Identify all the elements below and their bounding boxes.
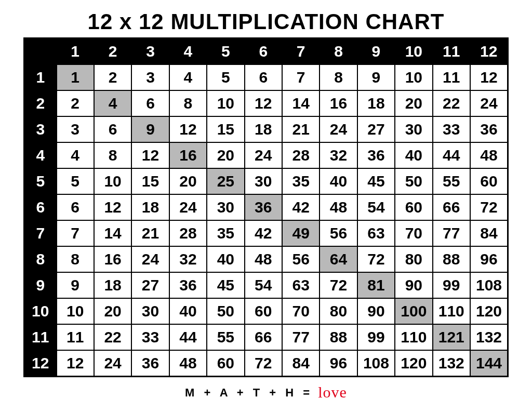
- product-cell: 44: [433, 142, 470, 168]
- product-cell: 48: [320, 194, 357, 220]
- product-cell: 3: [57, 116, 94, 142]
- product-cell: 66: [245, 324, 282, 350]
- product-cell: 30: [395, 116, 432, 142]
- product-cell: 60: [395, 194, 432, 220]
- product-cell: 132: [470, 324, 508, 350]
- diagonal-cell: 121: [433, 324, 470, 350]
- product-cell: 80: [395, 246, 432, 272]
- col-header: 3: [131, 38, 169, 65]
- product-cell: 7: [57, 220, 94, 246]
- col-header: 4: [169, 38, 207, 65]
- product-cell: 32: [320, 142, 357, 168]
- product-cell: 90: [357, 298, 395, 324]
- product-cell: 72: [357, 246, 395, 272]
- col-header: 6: [245, 38, 282, 65]
- row-header: 5: [24, 168, 57, 194]
- row-header: 6: [24, 194, 57, 220]
- product-cell: 24: [169, 194, 207, 220]
- product-cell: 3: [131, 64, 169, 90]
- product-cell: 8: [57, 246, 94, 272]
- product-cell: 6: [94, 116, 131, 142]
- product-cell: 54: [245, 272, 282, 298]
- product-cell: 40: [207, 246, 244, 272]
- product-cell: 8: [320, 64, 357, 90]
- product-cell: 12: [169, 116, 207, 142]
- product-cell: 18: [245, 116, 282, 142]
- product-cell: 9: [57, 272, 94, 298]
- product-cell: 77: [282, 324, 320, 350]
- col-header: 9: [357, 38, 395, 65]
- product-cell: 70: [282, 298, 320, 324]
- product-cell: 36: [131, 350, 169, 377]
- row-header: 2: [24, 90, 57, 116]
- product-cell: 77: [433, 220, 470, 246]
- product-cell: 6: [245, 64, 282, 90]
- diagonal-cell: 81: [357, 272, 395, 298]
- col-header: 5: [207, 38, 244, 65]
- page-title: 12 x 12 MULTIPLICATION CHART: [23, 9, 509, 34]
- row-header: 10: [24, 298, 57, 324]
- product-cell: 10: [57, 298, 94, 324]
- product-cell: 18: [131, 194, 169, 220]
- product-cell: 27: [131, 272, 169, 298]
- product-cell: 24: [470, 90, 508, 116]
- row-header: 7: [24, 220, 57, 246]
- product-cell: 96: [470, 246, 508, 272]
- product-cell: 108: [357, 350, 395, 377]
- diagonal-cell: 4: [94, 90, 131, 116]
- product-cell: 45: [207, 272, 244, 298]
- product-cell: 70: [395, 220, 432, 246]
- product-cell: 24: [94, 350, 131, 377]
- product-cell: 99: [357, 324, 395, 350]
- product-cell: 60: [470, 168, 508, 194]
- col-header: 2: [94, 38, 131, 65]
- product-cell: 120: [470, 298, 508, 324]
- product-cell: 36: [357, 142, 395, 168]
- diagonal-cell: 16: [169, 142, 207, 168]
- product-cell: 20: [169, 168, 207, 194]
- product-cell: 84: [470, 220, 508, 246]
- product-cell: 63: [357, 220, 395, 246]
- product-cell: 12: [131, 142, 169, 168]
- product-cell: 72: [320, 272, 357, 298]
- product-cell: 14: [94, 220, 131, 246]
- product-cell: 12: [245, 90, 282, 116]
- diagonal-cell: 49: [282, 220, 320, 246]
- row-header: 4: [24, 142, 57, 168]
- product-cell: 20: [94, 298, 131, 324]
- product-cell: 28: [282, 142, 320, 168]
- product-cell: 45: [357, 168, 395, 194]
- product-cell: 48: [245, 246, 282, 272]
- product-cell: 48: [169, 350, 207, 377]
- product-cell: 4: [57, 142, 94, 168]
- product-cell: 120: [395, 350, 432, 377]
- product-cell: 4: [169, 64, 207, 90]
- product-cell: 54: [357, 194, 395, 220]
- product-cell: 30: [245, 168, 282, 194]
- diagonal-cell: 1: [57, 64, 94, 90]
- product-cell: 63: [282, 272, 320, 298]
- product-cell: 5: [207, 64, 244, 90]
- product-cell: 5: [57, 168, 94, 194]
- product-cell: 35: [207, 220, 244, 246]
- product-cell: 12: [94, 194, 131, 220]
- product-cell: 24: [320, 116, 357, 142]
- product-cell: 28: [169, 220, 207, 246]
- col-header: 7: [282, 38, 320, 65]
- product-cell: 108: [470, 272, 508, 298]
- product-cell: 22: [433, 90, 470, 116]
- product-cell: 16: [94, 246, 131, 272]
- product-cell: 30: [131, 298, 169, 324]
- product-cell: 24: [131, 246, 169, 272]
- product-cell: 42: [245, 220, 282, 246]
- product-cell: 88: [320, 324, 357, 350]
- product-cell: 48: [470, 142, 508, 168]
- col-header: 8: [320, 38, 357, 65]
- product-cell: 33: [131, 324, 169, 350]
- diagonal-cell: 144: [470, 350, 508, 377]
- col-header: 10: [395, 38, 432, 65]
- footer-branding: M + A + T + H = love: [23, 383, 509, 401]
- diagonal-cell: 64: [320, 246, 357, 272]
- product-cell: 20: [207, 142, 244, 168]
- row-header: 8: [24, 246, 57, 272]
